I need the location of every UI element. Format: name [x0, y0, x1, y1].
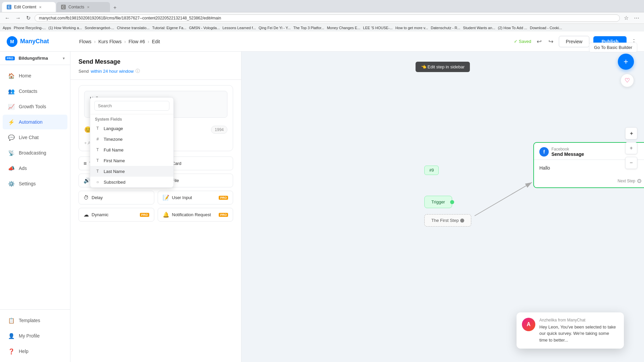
- sidebar-item-ads[interactable]: 📣 Ads: [3, 161, 67, 176]
- bookmark-15[interactable]: (2) How To Add ...: [498, 26, 527, 30]
- notification-block-label: Notification Request: [172, 212, 211, 217]
- tab-close-contacts[interactable]: ✕: [87, 5, 90, 9]
- info-icon[interactable]: ⓘ: [136, 68, 140, 74]
- extensions-button[interactable]: ⋯: [633, 14, 641, 22]
- dropdown-item-first-name[interactable]: T First Name: [90, 155, 173, 166]
- canvas-zoom-out-button[interactable]: −: [625, 157, 637, 169]
- block-type-notification-request[interactable]: 🔔 Notification Request PRO: [158, 208, 233, 222]
- text-block-icon: ≡: [84, 161, 87, 167]
- dropdown-item-last-name[interactable]: T Last Name: [90, 166, 173, 177]
- delay-block-icon: ⏱: [84, 195, 89, 201]
- variable-dropdown[interactable]: System Fields T Language # Timezone T Fu…: [90, 97, 174, 188]
- chat-widget[interactable]: A Anzhelika from ManyChat Hey Leon, You'…: [517, 312, 624, 349]
- panel-subtitle: Send within 24 hour window ⓘ: [78, 68, 233, 74]
- timezone-type-icon: #: [95, 136, 100, 142]
- send-label: Send: [78, 69, 89, 74]
- sidebar-item-my-profile[interactable]: 👤 My Profile: [3, 328, 67, 343]
- browser-tab-contacts[interactable]: C Contacts ✕: [56, 2, 110, 12]
- bookmark-7[interactable]: Lessons Learned f...: [222, 26, 256, 30]
- go-basic-builder-button[interactable]: Go To Basic Builder: [589, 43, 637, 52]
- saved-indicator: ✓ Saved: [514, 39, 531, 44]
- bookmark-5[interactable]: Tutorial: Eigene Fa...: [152, 26, 186, 30]
- forward-button[interactable]: →: [14, 14, 22, 22]
- bookmark-13[interactable]: Datenschutz - R...: [431, 26, 460, 30]
- bookmark-2[interactable]: (1) How Working a...: [48, 26, 82, 30]
- canvas-hint: 👈 Edit step in sidebar: [416, 62, 470, 72]
- tab-label-contacts: Contacts: [68, 5, 84, 9]
- facebook-action-label: Send Message: [551, 152, 584, 157]
- trigger-box[interactable]: Trigger: [424, 196, 452, 208]
- send-link[interactable]: within 24 hour window: [91, 69, 133, 74]
- canvas-right-tools: ✦ + −: [625, 127, 637, 169]
- sidebar-item-automation[interactable]: ⚡ Automation: [3, 115, 67, 129]
- breadcrumb-kurs-flows[interactable]: Kurs Flows: [98, 39, 121, 44]
- fullname-type-icon: T: [95, 147, 100, 153]
- dropdown-search: [90, 98, 173, 114]
- audio-block-icon: 🔊: [84, 177, 90, 184]
- tab-close[interactable]: ✕: [39, 5, 42, 9]
- sidebar-item-help[interactable]: ❓ Help: [3, 344, 67, 359]
- bookmark-16[interactable]: Download - Cooki...: [530, 26, 562, 30]
- bookmark-1[interactable]: Phone Recycling-...: [14, 26, 46, 30]
- sidebar-label-help: Help: [19, 349, 29, 354]
- dropdown-item-subscribed[interactable]: ○ Subscribed: [90, 177, 173, 187]
- new-tab-button[interactable]: +: [111, 3, 119, 12]
- trigger-node[interactable]: Trigger: [424, 196, 452, 208]
- bookmark-apps[interactable]: Apps: [3, 26, 11, 30]
- chat-avatar: A: [522, 318, 535, 331]
- redo-button[interactable]: ↪: [547, 37, 555, 47]
- dropdown-search-input[interactable]: [94, 101, 169, 111]
- sidebar-item-broadcasting[interactable]: 📡 Broadcasting: [3, 145, 67, 160]
- sidebar-item-templates[interactable]: 📋 Templates: [3, 313, 67, 328]
- bookmark-12[interactable]: How to get more v...: [395, 26, 428, 30]
- sidebar-nav: 🏠 Home 👥 Contacts 📈 Growth Tools ⚡ Autom…: [0, 65, 70, 309]
- block-type-delay[interactable]: ⏱ Delay: [78, 191, 154, 204]
- block-type-dynamic[interactable]: ☁ Dynamic PRO: [78, 208, 154, 222]
- chat-widget-body: A Anzhelika from ManyChat Hey Leon, You'…: [517, 312, 624, 349]
- sidebar-label-live-chat: Live Chat: [19, 135, 39, 140]
- sidebar-item-home[interactable]: 🏠 Home: [3, 68, 67, 83]
- sidebar-bottom: 📋 Templates 👤 My Profile ❓ Help: [0, 309, 70, 362]
- dropdown-item-language[interactable]: T Language: [90, 123, 173, 134]
- bookmark-14[interactable]: Student Wants an...: [463, 26, 495, 30]
- block-type-user-input[interactable]: 📝 User Input PRO: [158, 191, 233, 204]
- sidebar-item-contacts[interactable]: 👥 Contacts: [3, 84, 67, 99]
- bookmark-11[interactable]: LEE 'S HOUSE-...: [363, 26, 392, 30]
- undo-button[interactable]: ↩: [535, 37, 543, 47]
- sidebar-item-settings[interactable]: ⚙️ Settings: [3, 176, 67, 191]
- svg-line-1: [475, 182, 532, 216]
- pro-badge-dynamic: PRO: [140, 213, 149, 217]
- app-logo: M ManyChat: [7, 36, 67, 47]
- refresh-button[interactable]: ↻: [25, 14, 32, 22]
- sidebar-label-ads: Ads: [19, 166, 27, 171]
- browser-tab-active[interactable]: E Edit Content ✕: [2, 2, 56, 12]
- bookmark-4[interactable]: Chinese translatio...: [117, 26, 150, 30]
- browser-chrome: E Edit Content ✕ C Contacts ✕ + ← → ↻ ☆ …: [0, 0, 644, 23]
- templates-icon: 📋: [8, 317, 15, 324]
- breadcrumb-flow6[interactable]: Flow #6: [128, 39, 145, 44]
- breadcrumb: Flows › Kurs Flows › Flow #6 › Edit: [79, 39, 508, 44]
- bookmark-6[interactable]: GMSN - Vologda...: [189, 26, 220, 30]
- breadcrumb-sep-2: ›: [124, 39, 126, 44]
- bookmark-10[interactable]: Money Changes E...: [327, 26, 361, 30]
- dynamic-block-label: Dynamic: [92, 212, 109, 217]
- canvas-zoom-in-button[interactable]: +: [625, 142, 637, 154]
- bookmark-3[interactable]: Sonderangebot-...: [85, 26, 114, 30]
- back-button[interactable]: ←: [3, 14, 11, 22]
- bookmark-9[interactable]: The Top 3 Platfor...: [293, 26, 324, 30]
- sidebar-item-live-chat[interactable]: 💬 Live Chat: [3, 130, 67, 145]
- dropdown-item-timezone[interactable]: # Timezone: [90, 134, 173, 144]
- fab-heart-button[interactable]: ♡: [621, 74, 634, 87]
- canvas-settings-button[interactable]: ✦: [625, 127, 637, 139]
- address-input[interactable]: [35, 14, 620, 22]
- dropdown-item-full-name[interactable]: T Full Name: [90, 144, 173, 155]
- hint-emoji: 👈: [421, 64, 426, 69]
- bookmark-8[interactable]: Qing Fei De Yi - Y...: [259, 26, 291, 30]
- sidebar-account[interactable]: PRO Bildungsfirma ▾: [0, 52, 70, 65]
- sidebar-item-growth-tools[interactable]: 📈 Growth Tools: [3, 99, 67, 114]
- first-step-node[interactable]: The First Step: [424, 214, 471, 227]
- bookmark-button[interactable]: ☆: [623, 14, 630, 22]
- fab-add-button[interactable]: +: [618, 54, 634, 70]
- breadcrumb-flows[interactable]: Flows: [79, 39, 92, 44]
- preview-button[interactable]: Preview: [559, 36, 590, 47]
